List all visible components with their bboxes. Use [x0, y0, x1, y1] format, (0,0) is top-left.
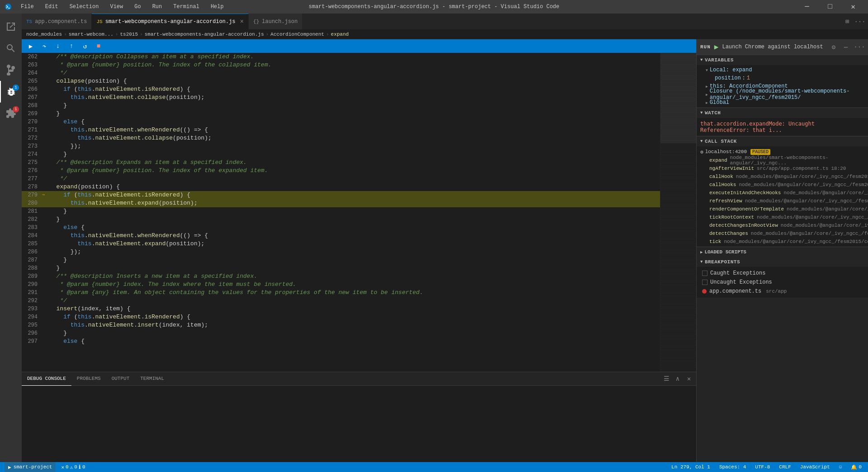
- breakpoint-item-2[interactable]: app.component.tssrc/app: [697, 287, 868, 296]
- call-stack-item-10[interactable]: ticknode_modules/@angular/core/_ivy_ngcc…: [697, 238, 868, 246]
- menu-terminal[interactable]: Terminal: [171, 3, 202, 11]
- panel-close-button[interactable]: ✕: [684, 374, 694, 384]
- code-line-281[interactable]: 281 }: [22, 207, 660, 215]
- activity-explorer[interactable]: [0, 16, 22, 37]
- debug-restart-button[interactable]: ↺: [80, 41, 90, 51]
- status-errors[interactable]: ✕ 0 ⚠ 0 ℹ 0: [59, 462, 87, 472]
- panel-filter-button[interactable]: ☰: [661, 374, 671, 384]
- bp-checkbox-0[interactable]: [702, 271, 708, 276]
- code-line-265[interactable]: 265 collapse(position) {: [22, 77, 660, 85]
- code-line-292[interactable]: 292 */: [22, 297, 660, 305]
- status-debug-item[interactable]: ▶ smart-project: [5, 462, 56, 472]
- debug-stop-button[interactable]: ■: [93, 41, 104, 51]
- status-language[interactable]: JavaScript: [798, 462, 832, 472]
- call-stack-item-3[interactable]: callHooksnode_modules/@angular/core/_ivy…: [697, 181, 868, 189]
- split-editor-button[interactable]: ⊞: [841, 16, 853, 28]
- code-line-278[interactable]: 278 expand(position) {: [22, 183, 660, 191]
- bottom-tab-terminal[interactable]: TERMINAL: [135, 372, 170, 386]
- breadcrumb-ts2015[interactable]: ts2015: [120, 32, 138, 37]
- call-stack-item-4[interactable]: executeInitAndCheckHooksnode_modules/@an…: [697, 189, 868, 197]
- code-line-279[interactable]: 279⇒ if (this.nativeElement.isRendered) …: [22, 191, 660, 199]
- code-line-268[interactable]: 268 }: [22, 102, 660, 110]
- debug-step-into-button[interactable]: ↓: [52, 41, 63, 51]
- activity-extensions[interactable]: 1: [0, 103, 22, 124]
- status-spaces[interactable]: Spaces: 4: [717, 462, 748, 472]
- run-more-icon[interactable]: ⋯: [841, 42, 851, 52]
- code-line-297[interactable]: 297 else {: [22, 337, 660, 346]
- call-stack-item-6[interactable]: renderComponentOrTemplatenode_modules/@a…: [697, 205, 868, 213]
- bottom-tab-output[interactable]: OUTPUT: [106, 372, 135, 386]
- code-line-272[interactable]: 272 this.nativeElement.collapse(position…: [22, 134, 660, 142]
- tab-launch[interactable]: {} launch.json: [249, 14, 302, 29]
- code-line-287[interactable]: 287 }: [22, 256, 660, 264]
- menu-selection[interactable]: Selection: [67, 3, 101, 11]
- code-line-280[interactable]: 280 this.nativeElement.expand(position);: [22, 199, 660, 207]
- close-button[interactable]: ✕: [843, 0, 863, 14]
- call-stack-item-1[interactable]: ngAfterViewInitsrc/app/app.component.ts1…: [697, 164, 868, 173]
- call-stack-item-7[interactable]: tickRootContextnode_modules/@angular/cor…: [697, 213, 868, 221]
- code-line-286[interactable]: 286 });: [22, 248, 660, 256]
- code-line-273[interactable]: 273 });: [22, 142, 660, 150]
- call-stack-header[interactable]: ▼ CALL STACK: [697, 136, 868, 146]
- status-feedback[interactable]: ☺: [837, 462, 844, 472]
- debug-step-out-button[interactable]: ↑: [66, 41, 77, 51]
- minimize-button[interactable]: ─: [797, 0, 817, 14]
- bottom-tab-problems[interactable]: PROBLEMS: [71, 372, 106, 386]
- code-line-263[interactable]: 263 * @param {number} position. The inde…: [22, 61, 660, 69]
- watch-header[interactable]: ▼ WATCH: [697, 108, 868, 118]
- panel-up-button[interactable]: ∧: [673, 374, 683, 384]
- code-line-270[interactable]: 270 else {: [22, 118, 660, 126]
- breadcrumb-file[interactable]: smart-webcomponents-angular-accordion.js: [145, 32, 264, 37]
- bp-checkbox-1[interactable]: [702, 280, 708, 285]
- debug-step-over-button[interactable]: ↷: [39, 41, 50, 51]
- menu-go[interactable]: Go: [132, 3, 143, 11]
- status-notifications[interactable]: 🔔 0: [849, 462, 863, 472]
- run-close-icon[interactable]: ···: [854, 42, 864, 52]
- var-local-expand[interactable]: ▼ Local: expand: [697, 66, 868, 74]
- status-encoding[interactable]: UTF-8: [753, 462, 772, 472]
- code-line-296[interactable]: 296 }: [22, 329, 660, 337]
- code-line-291[interactable]: 291 * @param {any} item. An object conta…: [22, 289, 660, 297]
- code-editor[interactable]: 262 /** @description Collapses an item a…: [22, 53, 660, 372]
- code-line-293[interactable]: 293 insert(index, item) {: [22, 305, 660, 313]
- code-line-285[interactable]: 285 this.nativeElement.expand(position);: [22, 240, 660, 248]
- code-line-275[interactable]: 275 /** @description Expands an item at …: [22, 159, 660, 167]
- menu-edit[interactable]: Edit: [43, 3, 61, 11]
- tab-accordion[interactable]: JS smart-webcomponents-angular-accordion…: [92, 14, 249, 29]
- code-line-282[interactable]: 282 }: [22, 215, 660, 224]
- call-stack-item-8[interactable]: detectChangesInRootViewnode_modules/@ang…: [697, 221, 868, 229]
- more-tabs-button[interactable]: ···: [854, 16, 866, 28]
- menu-file[interactable]: File: [19, 3, 36, 11]
- breakpoint-item-0[interactable]: Caught Exceptions: [697, 269, 868, 278]
- var-position[interactable]: position : 1: [697, 74, 868, 82]
- debug-continue-button[interactable]: ▶: [25, 41, 36, 51]
- menu-view[interactable]: View: [108, 3, 125, 11]
- code-line-294[interactable]: 294 if (this.nativeElement.isRendered) {: [22, 313, 660, 321]
- menu-run[interactable]: Run: [150, 3, 165, 11]
- breakpoints-header[interactable]: ▼ BREAKPOINTS: [697, 257, 868, 267]
- loaded-scripts-header[interactable]: ▶ LOADED SCRIPTS: [697, 247, 868, 257]
- activity-search[interactable]: [0, 37, 22, 59]
- code-line-267[interactable]: 267 this.nativeElement.collapse(position…: [22, 93, 660, 102]
- breakpoint-item-1[interactable]: Uncaught Exceptions: [697, 278, 868, 287]
- status-position[interactable]: Ln 279, Col 1: [670, 462, 712, 472]
- bottom-tab-debug-console[interactable]: DEBUG CONSOLE: [22, 372, 71, 386]
- code-line-271[interactable]: 271 this.nativeElement.whenRendered(() =…: [22, 126, 660, 134]
- code-line-283[interactable]: 283 else {: [22, 224, 660, 232]
- breadcrumb-smart[interactable]: smart-webcom...: [69, 32, 113, 37]
- breadcrumb-node-modules[interactable]: node_modules: [26, 32, 62, 37]
- maximize-button[interactable]: □: [820, 0, 840, 14]
- call-stack-item-2[interactable]: callHooknode_modules/@angular/core/_ivy_…: [697, 173, 868, 181]
- code-line-276[interactable]: 276 * @param {number} position. The inde…: [22, 167, 660, 175]
- menu-help[interactable]: Help: [208, 3, 226, 11]
- code-line-290[interactable]: 290 * @param {number} index. The index w…: [22, 280, 660, 289]
- call-stack-item-9[interactable]: detectChangesnode_modules/@angular/core/…: [697, 229, 868, 238]
- call-stack-item-5[interactable]: refreshViewnode_modules/@angular/core/_i…: [697, 197, 868, 205]
- code-line-277[interactable]: 277 */: [22, 175, 660, 183]
- call-stack-item-0[interactable]: expandnode_modules/smart-webcomponents-a…: [697, 156, 868, 164]
- run-config-label[interactable]: Launch Chrome against localhost: [722, 44, 825, 50]
- code-line-269[interactable]: 269 }: [22, 110, 660, 118]
- variables-header[interactable]: ▼ VARIABLES: [697, 55, 868, 65]
- activity-source-control[interactable]: [0, 59, 22, 81]
- status-line-ending[interactable]: CRLF: [777, 462, 793, 472]
